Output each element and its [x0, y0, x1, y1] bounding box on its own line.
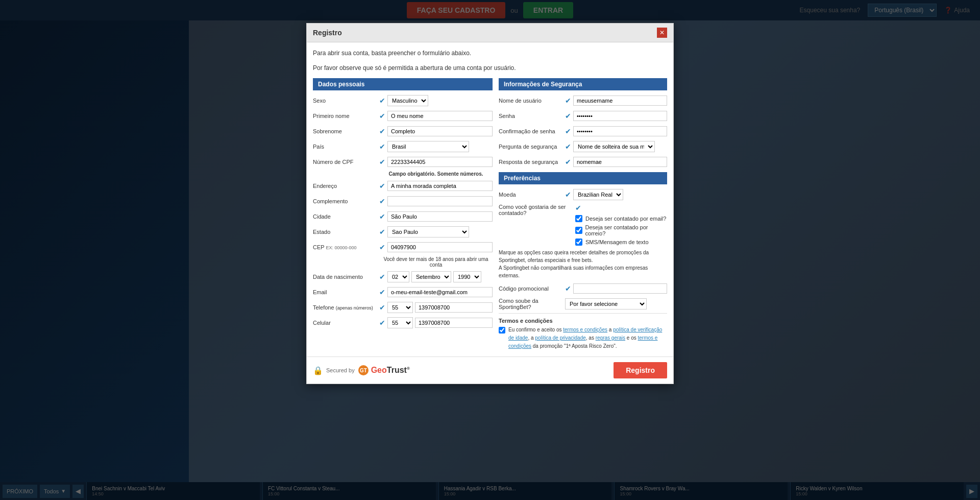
celular-phone-row: 55	[387, 317, 493, 328]
sexo-label: Sexo	[313, 98, 379, 104]
contact-sms-label: SMS/Mensagem de texto	[585, 239, 649, 245]
secured-by-label: Secured by	[326, 367, 355, 373]
username-row: Nome de usuário ✔	[499, 94, 667, 107]
terms-link-3[interactable]: política de privacidade	[535, 335, 586, 341]
modal-intro-line1: Para abrir sua conta, basta preencher o …	[313, 49, 667, 58]
senha-input[interactable]	[573, 111, 667, 121]
complemento-row: Complemento ✔	[313, 195, 493, 207]
senha-check-icon: ✔	[565, 112, 571, 120]
endereco-input[interactable]	[387, 181, 493, 191]
pais-row: País ✔ Brasil	[313, 140, 493, 153]
resposta-label: Resposta de segurança	[499, 159, 565, 165]
data-nasc-label: Data de nascimento	[313, 274, 379, 280]
sobrenome-label: Sobrenome	[313, 128, 379, 134]
username-input[interactable]	[573, 96, 667, 106]
cidade-row: Cidade ✔	[313, 210, 493, 223]
terms-link-4[interactable]: regras gerais	[596, 335, 625, 341]
day-select[interactable]: 02	[387, 271, 409, 282]
estado-label: Estado	[313, 229, 379, 235]
cidade-label: Cidade	[313, 213, 379, 220]
svg-text:GT: GT	[360, 368, 367, 373]
sobrenome-check-icon: ✔	[379, 127, 385, 135]
year-select[interactable]: 1990	[453, 271, 481, 282]
como-soube-select[interactable]: Por favor selecione	[565, 298, 647, 309]
terms-header: Termos e condições	[499, 318, 667, 324]
contact-correio-option[interactable]: Deseja ser contatado por correio?	[575, 224, 667, 236]
estado-check-icon: ✔	[379, 228, 385, 236]
telefone-code-select[interactable]: 55	[387, 302, 413, 313]
contact-email-label: Deseja ser contatado por email?	[585, 216, 666, 222]
codigo-check-icon: ✔	[565, 284, 571, 293]
preferences-section-header: Preferências	[499, 172, 667, 184]
pais-select[interactable]: Brasil	[387, 141, 469, 152]
cpf-row: Número de CPF ✔	[313, 156, 493, 168]
confirma-senha-row: Confirmação de senha ✔	[499, 125, 667, 137]
cep-note: Você deve ter mais de 18 anos para abrir…	[379, 256, 493, 268]
resposta-check-icon: ✔	[565, 158, 571, 166]
modal-footer: 🔒 Secured by GT GeoTrust® Registro	[307, 356, 673, 384]
pergunta-label: Pergunta de segurança	[499, 144, 565, 150]
codigo-input[interactable]	[573, 283, 667, 294]
telefone-check-icon: ✔	[379, 303, 385, 312]
terms-content: Eu confirmo e aceito os termos e condiçõ…	[499, 326, 667, 350]
cpf-input[interactable]	[387, 157, 493, 167]
sobrenome-control: ✔	[379, 126, 493, 136]
contact-correio-checkbox[interactable]	[575, 227, 582, 234]
telefone-control: ✔ 55	[379, 302, 493, 313]
month-select[interactable]: Setembro	[411, 271, 451, 282]
moeda-select[interactable]: Brazilian Real	[573, 189, 623, 200]
sexo-control: ✔ Masculino Feminino	[379, 95, 493, 106]
complemento-control: ✔	[379, 196, 493, 206]
moeda-control: ✔ Brazilian Real	[565, 189, 667, 200]
terms-checkbox[interactable]	[499, 327, 505, 334]
cidade-input[interactable]	[387, 211, 493, 222]
contact-email-checkbox[interactable]	[575, 215, 582, 222]
terms-link-1[interactable]: termos e condições	[563, 327, 607, 332]
cidade-control: ✔	[379, 211, 493, 222]
celular-input[interactable]	[415, 318, 493, 328]
primeiro-nome-input[interactable]	[387, 111, 493, 121]
estado-row: Estado ✔ Sao Paulo	[313, 226, 493, 238]
data-nasc-control: ✔ 02 Setembro 1990	[379, 271, 493, 282]
moeda-label: Moeda	[499, 192, 565, 198]
confirma-senha-check-icon: ✔	[565, 127, 571, 135]
geotrust-icon: GT	[358, 365, 369, 376]
registration-modal: Registro ✕ Para abrir sua conta, basta p…	[306, 23, 674, 384]
resposta-input[interactable]	[573, 157, 667, 167]
cep-input[interactable]	[387, 242, 493, 252]
terms-text: Eu confirmo e aceito os termos e condiçõ…	[508, 326, 667, 350]
contact-sms-checkbox[interactable]	[575, 239, 582, 246]
contact-sms-option[interactable]: SMS/Mensagem de texto	[575, 239, 667, 246]
security-section-header: Informações de Segurança	[499, 78, 667, 90]
celular-code-select[interactable]: 55	[387, 317, 413, 328]
cep-label: CEP EX: 00000-000	[313, 244, 379, 250]
sobrenome-input[interactable]	[387, 126, 493, 136]
sexo-row: Sexo ✔ Masculino Feminino	[313, 94, 493, 107]
codigo-control: ✔	[565, 283, 667, 294]
complemento-input[interactable]	[387, 196, 493, 206]
secured-by-section: 🔒 Secured by GT GeoTrust®	[313, 365, 410, 376]
data-nasc-check-icon: ✔	[379, 273, 385, 281]
sobrenome-row: Sobrenome ✔	[313, 125, 493, 137]
endereco-control: ✔	[379, 181, 493, 191]
telefone-phone-row: 55	[387, 302, 493, 313]
security-preferences-column: Informações de Segurança Nome de usuário…	[499, 78, 667, 350]
contact-email-option[interactable]: Deseja ser contatado por email?	[575, 215, 667, 222]
registro-submit-button[interactable]: Registro	[614, 362, 667, 378]
modal-close-button[interactable]: ✕	[657, 28, 667, 38]
confirma-senha-input[interactable]	[573, 126, 667, 136]
email-input[interactable]	[387, 287, 493, 297]
pergunta-select[interactable]: Nome de solteira de sua mãe?	[573, 141, 655, 152]
username-control: ✔	[565, 96, 667, 106]
pais-check-icon: ✔	[379, 142, 385, 151]
celular-control: ✔ 55	[379, 317, 493, 328]
geotrust-logo: GT GeoTrust®	[358, 365, 410, 376]
primeiro-nome-check-icon: ✔	[379, 112, 385, 120]
sexo-select[interactable]: Masculino Feminino	[387, 95, 428, 106]
telefone-input[interactable]	[415, 302, 493, 313]
personal-data-column: Dados pessoais Sexo ✔ Masculino Feminino…	[313, 78, 493, 350]
cpf-control: ✔	[379, 157, 493, 167]
estado-select[interactable]: Sao Paulo	[387, 226, 469, 237]
contact-options-wrapper: ✔ Deseja ser contatado por email? Deseja…	[575, 204, 667, 246]
codigo-label: Código promocional	[499, 285, 565, 292]
